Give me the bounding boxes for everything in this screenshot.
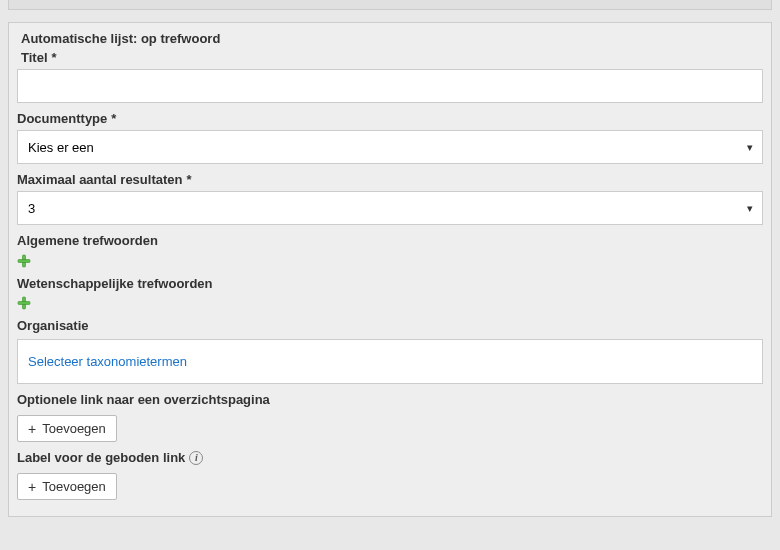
- organisation-box: Selecteer taxonomietermen: [17, 339, 763, 384]
- add-optional-link-button[interactable]: + Toevoegen: [17, 415, 117, 442]
- label-scientific-keywords: Wetenschappelijke trefwoorden: [17, 276, 763, 291]
- plus-icon: +: [28, 422, 36, 436]
- required-marker: *: [186, 172, 191, 187]
- label-link-label: Label voor de geboden link i: [17, 450, 763, 465]
- title-input[interactable]: [17, 69, 763, 103]
- plus-add-icon[interactable]: [17, 254, 31, 268]
- label-documenttype-text: Documenttype: [17, 111, 107, 126]
- label-title: Titel *: [21, 50, 763, 65]
- plus-add-icon[interactable]: [17, 296, 31, 310]
- select-taxonomy-link[interactable]: Selecteer taxonomietermen: [28, 354, 187, 369]
- label-documenttype: Documenttype *: [17, 111, 763, 126]
- add-optional-link-label: Toevoegen: [42, 421, 106, 436]
- add-link-label-button[interactable]: + Toevoegen: [17, 473, 117, 500]
- documenttype-select[interactable]: Kies er een: [17, 130, 763, 164]
- required-marker: *: [111, 111, 116, 126]
- label-title-text: Titel: [21, 50, 48, 65]
- label-maxresults-text: Maximaal aantal resultaten: [17, 172, 182, 187]
- label-general-keywords: Algemene trefwoorden: [17, 233, 763, 248]
- add-link-label-label: Toevoegen: [42, 479, 106, 494]
- label-maxresults: Maximaal aantal resultaten *: [17, 172, 763, 187]
- label-optional-link: Optionele link naar een overzichtspagina: [17, 392, 763, 407]
- label-scientific-keywords-text: Wetenschappelijke trefwoorden: [17, 276, 213, 291]
- top-panel-strip: [8, 0, 772, 10]
- svg-rect-1: [18, 259, 30, 262]
- label-organisation: Organisatie: [17, 318, 763, 333]
- plus-icon: +: [28, 480, 36, 494]
- required-marker: *: [52, 50, 57, 65]
- info-icon[interactable]: i: [189, 451, 203, 465]
- maxresults-select[interactable]: 3: [17, 191, 763, 225]
- label-optional-link-text: Optionele link naar een overzichtspagina: [17, 392, 270, 407]
- label-organisation-text: Organisatie: [17, 318, 89, 333]
- label-link-label-text: Label voor de geboden link: [17, 450, 185, 465]
- section-title: Automatische lijst: op trefwoord: [21, 31, 763, 46]
- svg-rect-3: [18, 302, 30, 305]
- label-general-keywords-text: Algemene trefwoorden: [17, 233, 158, 248]
- form-panel: Automatische lijst: op trefwoord Titel *…: [8, 22, 772, 517]
